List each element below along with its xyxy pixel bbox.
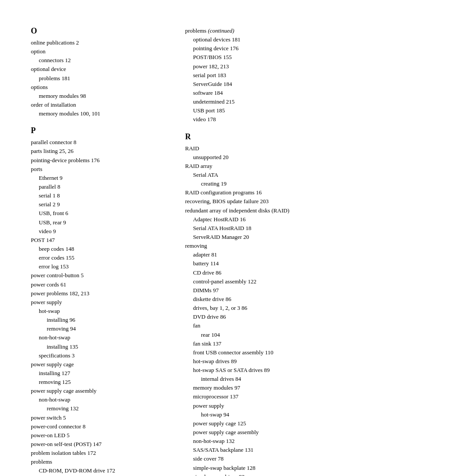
list-item: optional device bbox=[31, 65, 167, 74]
section-letter-p: P bbox=[31, 126, 167, 135]
list-item: CD-ROM, DVD-ROM drive 172 bbox=[39, 466, 167, 475]
list-item: order of installation bbox=[31, 100, 167, 109]
list-item: unsupported 20 bbox=[193, 153, 445, 162]
list-item: option bbox=[31, 47, 167, 56]
list-item: power supply cage 125 bbox=[193, 419, 445, 428]
list-item: drives, bay 1, 2, or 3 86 bbox=[193, 304, 445, 312]
list-item: problems (continued) bbox=[185, 26, 445, 35]
list-item: power-on self-test (POST) 147 bbox=[31, 440, 167, 449]
list-item: fan sink 137 bbox=[193, 339, 445, 348]
list-item: Serial ATA HostRAID 18 bbox=[193, 224, 445, 233]
list-item: front USB connector assembly 110 bbox=[193, 348, 445, 357]
list-item: SAS/SATA backplane 131 bbox=[193, 446, 445, 454]
list-item: serial 1 8 bbox=[39, 191, 167, 200]
list-item: power supply bbox=[193, 402, 445, 410]
list-item: options bbox=[31, 83, 167, 92]
list-item: removing 125 bbox=[39, 378, 167, 387]
list-item: RAID array bbox=[185, 162, 445, 171]
section-p: P parallel connector 8 parts listing 25,… bbox=[31, 126, 167, 476]
list-item: video 9 bbox=[39, 227, 167, 236]
list-item: rear 104 bbox=[201, 331, 445, 339]
list-item: pointing-device problems 176 bbox=[31, 156, 167, 165]
list-item: Ethernet 9 bbox=[39, 174, 167, 182]
list-item: problems bbox=[31, 457, 167, 466]
list-item: power-on LED 5 bbox=[31, 431, 167, 440]
section-letter-o: O bbox=[31, 26, 167, 36]
list-item: RAID configuration programs 16 bbox=[185, 188, 445, 197]
list-item: creating 19 bbox=[201, 179, 445, 188]
list-item: POST/BIOS 155 bbox=[193, 53, 445, 62]
list-item: error log 153 bbox=[39, 262, 167, 271]
list-item: memory modules 98 bbox=[39, 92, 167, 100]
section-o: O online publications 2 option connector… bbox=[31, 26, 167, 118]
list-item: problems 181 bbox=[39, 74, 167, 83]
list-item: hot-swap SAS or SATA drives 89 bbox=[193, 366, 445, 375]
list-item: redundant array of independent disks (RA… bbox=[185, 206, 445, 215]
list-item: diskette drive 86 bbox=[193, 295, 445, 304]
list-item: power cords 61 bbox=[31, 280, 167, 289]
list-item: beep codes 148 bbox=[39, 245, 167, 253]
list-item: serial 2 9 bbox=[39, 200, 167, 209]
list-item: ServeRAID Manager 20 bbox=[193, 233, 445, 242]
list-item: CD drive 86 bbox=[193, 268, 445, 277]
list-item: simple-swap backplate 128 bbox=[193, 464, 445, 472]
list-item: non-hot-swap bbox=[39, 333, 167, 342]
list-item: simple-swap drives 92 bbox=[193, 472, 445, 476]
list-item: power supply bbox=[31, 298, 167, 307]
list-item: Serial ATA bbox=[193, 171, 445, 179]
section-letter-r: R bbox=[185, 132, 445, 141]
list-item: error codes 155 bbox=[39, 253, 167, 262]
list-item: memory modules 97 bbox=[193, 383, 445, 392]
list-item: video 178 bbox=[193, 115, 445, 124]
list-item: control-panel assembly 122 bbox=[193, 277, 445, 286]
list-item: pointing device 176 bbox=[193, 44, 445, 53]
list-item: installing 96 bbox=[47, 316, 167, 324]
list-item: power switch 5 bbox=[31, 413, 167, 422]
list-item: software 184 bbox=[193, 89, 445, 97]
list-item: adapter 81 bbox=[193, 250, 445, 259]
list-item: hot-swap drives 89 bbox=[193, 357, 445, 366]
list-item: battery 114 bbox=[193, 259, 445, 268]
list-item: DVD drive 86 bbox=[193, 312, 445, 321]
list-item: problem isolation tables 172 bbox=[31, 449, 167, 457]
list-item: connectors 12 bbox=[39, 56, 167, 65]
list-item: removing bbox=[185, 242, 445, 250]
list-item: internal drives 84 bbox=[201, 375, 445, 383]
list-item: power-cord connector 8 bbox=[31, 422, 167, 431]
section-r: R RAID unsupported 20 RAID array Serial … bbox=[185, 132, 445, 476]
list-item: installing 127 bbox=[39, 369, 167, 378]
right-column: problems (continued) optional devices 18… bbox=[181, 26, 445, 476]
list-item: POST 147 bbox=[31, 236, 167, 245]
list-item: ports bbox=[31, 165, 167, 174]
list-item: recovering, BIOS update failure 203 bbox=[185, 197, 445, 206]
list-item: installing 135 bbox=[47, 342, 167, 351]
list-item: power 182, 213 bbox=[193, 62, 445, 71]
list-item: parallel 8 bbox=[39, 182, 167, 191]
list-item: hot-swap bbox=[39, 307, 167, 316]
list-item: optional devices 181 bbox=[193, 35, 445, 44]
left-column: O online publications 2 option connector… bbox=[31, 26, 181, 476]
list-item: memory modules 100, 101 bbox=[39, 109, 167, 118]
continued-label: (continued) bbox=[208, 27, 234, 34]
list-item: removing 132 bbox=[47, 404, 167, 413]
list-item: power supply cage bbox=[31, 360, 167, 369]
list-item: microprocessor 137 bbox=[193, 392, 445, 401]
list-item: ServerGuide 184 bbox=[193, 80, 445, 89]
list-item: non-hot-swap 132 bbox=[193, 437, 445, 446]
list-item: Adaptec HostRAID 16 bbox=[193, 215, 445, 224]
list-item: power control-button 5 bbox=[31, 271, 167, 280]
list-item: undetermined 215 bbox=[193, 97, 445, 106]
list-item: power supply cage assembly bbox=[193, 428, 445, 437]
content: O online publications 2 option connector… bbox=[31, 26, 445, 476]
list-item: USB port 185 bbox=[193, 106, 445, 115]
list-item: USB, rear 9 bbox=[39, 218, 167, 227]
list-item: fan bbox=[193, 321, 445, 330]
list-item: specifications 3 bbox=[39, 351, 167, 360]
list-item: power problems 182, 213 bbox=[31, 289, 167, 298]
list-item: parts listing 25, 26 bbox=[31, 147, 167, 156]
list-item: power supply cage assembly bbox=[31, 387, 167, 395]
list-item: non-hot-swap bbox=[39, 395, 167, 404]
list-item: USB, front 6 bbox=[39, 209, 167, 218]
list-item: RAID bbox=[185, 144, 445, 153]
list-item: parallel connector 8 bbox=[31, 138, 167, 147]
